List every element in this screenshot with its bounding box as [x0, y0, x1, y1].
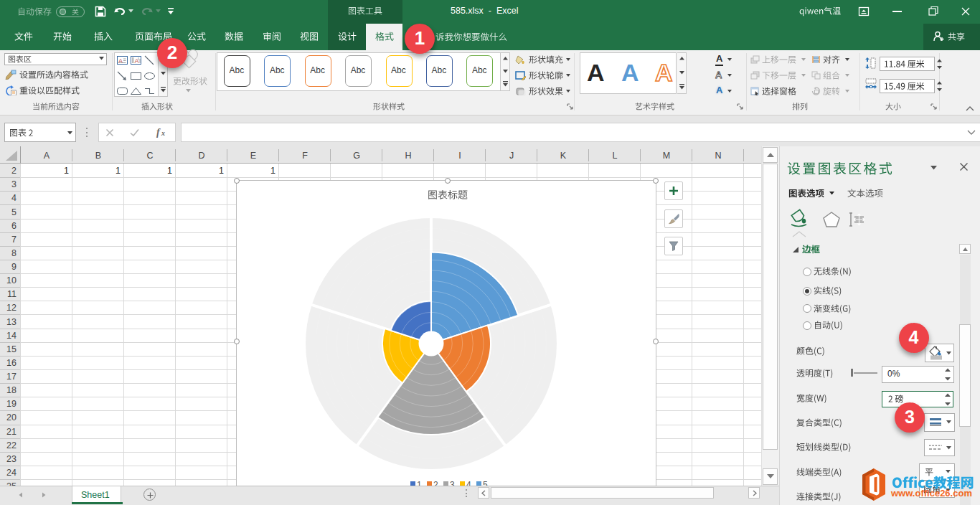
svg-text:A: A: [135, 57, 139, 65]
svg-text:A: A: [118, 57, 123, 65]
